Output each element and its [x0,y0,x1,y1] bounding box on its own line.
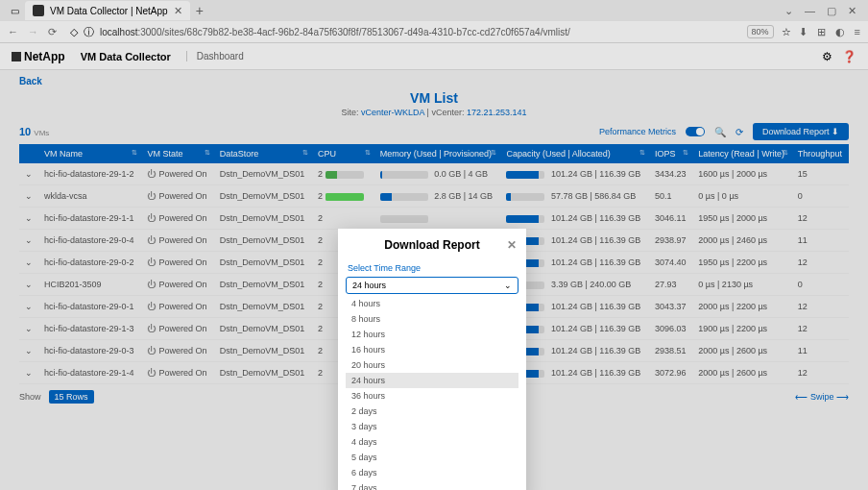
chevron-down-icon: ⌄ [504,281,512,290]
time-option[interactable]: 4 days [346,434,518,450]
time-range-options: 4 hours8 hours12 hours16 hours20 hours24… [346,296,518,490]
time-option[interactable]: 8 hours [346,311,518,327]
modal-title: Download Report [384,238,479,252]
time-option[interactable]: 6 days [346,465,518,480]
time-option[interactable]: 24 hours [346,373,518,388]
time-option[interactable]: 4 hours [346,296,518,311]
download-report-modal: Download Report ✕ Select Time Range 24 h… [338,229,526,490]
time-option[interactable]: 7 days [346,480,518,490]
time-option[interactable]: 16 hours [346,342,518,357]
modal-close-icon[interactable]: ✕ [507,238,517,252]
time-option[interactable]: 12 hours [346,327,518,342]
time-option[interactable]: 3 days [346,419,518,434]
time-option[interactable]: 20 hours [346,357,518,373]
time-option[interactable]: 5 days [346,450,518,465]
time-range-select[interactable]: 24 hours ⌄ [346,277,518,294]
time-option[interactable]: 2 days [346,404,518,419]
time-option[interactable]: 36 hours [346,388,518,404]
time-range-label: Select Time Range [338,261,526,275]
